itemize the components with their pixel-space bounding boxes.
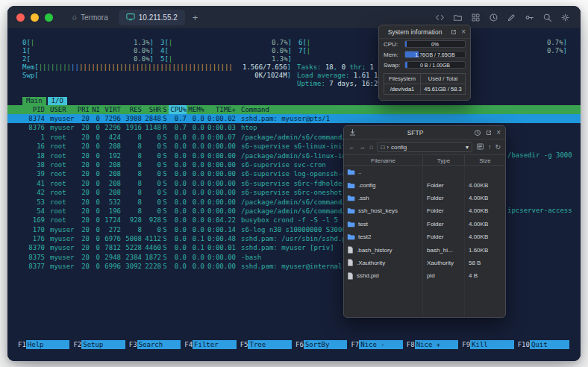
tab-ssh-session[interactable]: 10.211.55.2 [119, 10, 185, 25]
search-icon[interactable] [542, 13, 552, 22]
file-name-cell: .bash_history [344, 243, 423, 256]
path-breadcrumb[interactable]: □ › config ▾ [377, 142, 472, 152]
file-row[interactable]: .configFolder4.00KB [344, 178, 505, 191]
type-column-header[interactable]: Type [423, 155, 465, 165]
edit-icon[interactable] [507, 13, 516, 22]
open-in-window-icon[interactable] [485, 129, 492, 137]
column-header-mem[interactable]: MEM% [187, 105, 204, 114]
download-icon[interactable] [348, 128, 357, 137]
cell-pid: 169 [19, 216, 45, 225]
fkey-f6[interactable]: F6SortBy [295, 340, 351, 349]
fkey-action-label: Setup [81, 340, 125, 349]
cell-user: myuser [45, 234, 76, 243]
cell-ni: 0 [90, 169, 100, 178]
filesystem-row[interactable]: /dev/vda1 45.61GB / 58.3 [384, 84, 465, 94]
cell-pri: 20 [76, 262, 90, 271]
code-icon[interactable] [435, 13, 445, 22]
file-row[interactable]: testFolder4.00KB [344, 218, 505, 230]
cell-shr: 0 [142, 207, 161, 216]
column-header-s[interactable]: S [161, 105, 169, 114]
column-header-user[interactable]: USER [45, 105, 76, 114]
cell-res: 8 [121, 169, 142, 178]
column-header-res[interactable]: RES [121, 105, 142, 114]
fkey-f8[interactable]: F8Nice + [407, 340, 462, 349]
tab-termora-home[interactable]: ⌂ Termora [65, 10, 116, 25]
filename-text: test2 [358, 233, 371, 240]
file-row[interactable]: .sshFolder4.00KB [344, 192, 505, 204]
cell-user: root [45, 216, 76, 225]
file-icon [347, 246, 354, 254]
home-icon[interactable]: ⌂ [369, 143, 373, 151]
file-row[interactable]: ssh_host_keysFolder4.00KB [344, 204, 505, 217]
history-clock-icon[interactable] [474, 129, 481, 137]
meter-label: 7[ [298, 47, 307, 54]
column-header-command[interactable]: Command [236, 105, 581, 114]
key-icon[interactable] [525, 13, 534, 22]
cell-cpu: 0.0 [169, 262, 187, 271]
htop-screen-tab-io[interactable]: I/O [48, 97, 67, 105]
file-row[interactable]: .XauthorityXauthority58 B [344, 257, 505, 269]
swap-usage-row: Swap: 0 B / 1.00GB [379, 60, 470, 70]
process-table-header[interactable]: PIDUSERPRINIVIRTRESSHRSCPU%MEM%TIME+Comm… [7, 105, 581, 114]
column-header-time[interactable]: TIME+ [204, 105, 236, 114]
fkey-f9[interactable]: F9Kill [462, 340, 517, 349]
file-row[interactable]: .. [344, 166, 505, 178]
fkey-f5[interactable]: F5Tree [240, 340, 295, 349]
minimize-window-button[interactable] [31, 13, 39, 22]
meter-label: 6[ [298, 39, 307, 46]
column-header-ni[interactable]: NI [90, 105, 100, 114]
file-name-cell: test2 [344, 230, 423, 243]
column-header-pri[interactable]: PRI [76, 105, 90, 114]
panel-titlebar: SFTP × [344, 126, 505, 139]
fkey-f7[interactable]: F7Nice - [351, 340, 406, 349]
cell-s: S [161, 198, 169, 207]
file-row[interactable]: test2Folder4.00KB [344, 230, 505, 243]
fkey-f4[interactable]: F4Filter [184, 340, 240, 349]
cell-time: 0:00.00 [204, 169, 236, 178]
column-header-cpu[interactable]: CPU% [169, 105, 187, 114]
fkey-f1[interactable]: F1Help [18, 340, 73, 349]
cell-user: root [45, 188, 76, 197]
cell-virt: 1724 [100, 216, 121, 225]
process-row[interactable]: 8374myuser200729639882848S0.70.00:00.02s… [7, 114, 581, 123]
close-window-button[interactable] [16, 13, 25, 22]
file-row[interactable]: sshd.pidpid4 B [344, 269, 505, 282]
panel-toggle-icon[interactable] [476, 142, 484, 152]
size-column-header[interactable]: Size [465, 155, 505, 165]
folder-icon[interactable] [453, 13, 463, 22]
cell-shr: 0 [142, 133, 161, 142]
cell-s: S [161, 151, 169, 160]
settings-icon[interactable] [560, 13, 570, 22]
root-icon: □ [381, 144, 384, 151]
history-icon[interactable] [489, 13, 498, 22]
close-icon[interactable]: × [461, 28, 466, 36]
refresh-icon[interactable]: ↻ [495, 143, 501, 151]
file-row[interactable]: .bash_historybash_hi...1.60KB [344, 243, 505, 256]
back-icon[interactable]: ← [348, 143, 355, 151]
htop-screen-tab-main[interactable]: Main [22, 97, 46, 105]
fkey-f10[interactable]: F10Quit [518, 340, 573, 349]
cell-mem: 0.0 [187, 123, 204, 132]
cell-ni: 0 [90, 160, 100, 169]
column-header-pid[interactable]: PID [19, 105, 45, 114]
fkey-action-label: Nice - [359, 340, 403, 349]
cpu-5-meter: 5[|1.3%] [160, 55, 292, 63]
zoom-window-button[interactable] [45, 13, 53, 22]
column-header-shr[interactable]: SHR [142, 105, 161, 114]
close-icon[interactable]: × [496, 129, 501, 137]
grid-icon[interactable] [471, 13, 481, 22]
forward-icon[interactable]: → [359, 143, 366, 151]
filename-column-header[interactable]: Filename [344, 155, 423, 165]
cell-mem: 0.0 [187, 253, 204, 262]
parent-directory-icon[interactable]: ↑ [488, 143, 492, 151]
column-header-virt[interactable]: VIRT [100, 105, 121, 114]
cell-s: S [161, 225, 169, 234]
fkey-f2[interactable]: F2Setup [73, 340, 128, 349]
app-window: ⌂ Termora 10.211.55.2 + MainI/O PIDUSERP… [7, 6, 581, 361]
filename-text: .ssh [358, 195, 369, 201]
fkey-f3[interactable]: F3Search [129, 340, 184, 349]
file-type-cell: pid [423, 269, 465, 282]
open-in-window-icon[interactable] [450, 28, 457, 36]
cell-user: root [45, 160, 76, 169]
new-tab-button[interactable]: + [188, 12, 203, 23]
